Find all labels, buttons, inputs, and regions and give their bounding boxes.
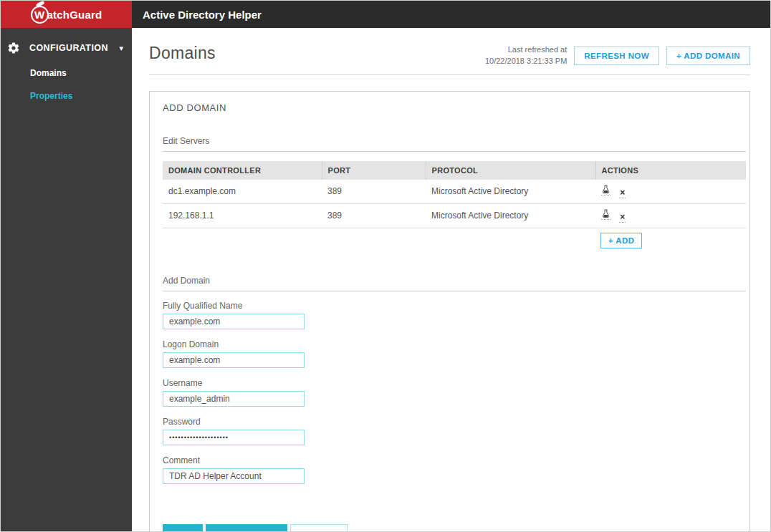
gear-icon [7, 42, 20, 54]
add-domain-button[interactable]: + ADD DOMAIN [666, 47, 750, 65]
add-domain-card: ADD DOMAIN Edit Servers DOMAIN CONTROLLE… [149, 91, 750, 531]
save-button[interactable]: SAVE [163, 524, 203, 531]
column-header-domain-controller: DOMAIN CONTROLLER [163, 161, 322, 180]
delete-server-button[interactable]: × [619, 188, 626, 198]
cell-protocol: Microsoft Active Directory [426, 180, 595, 204]
close-icon: × [620, 212, 625, 222]
username-field[interactable] [163, 391, 305, 407]
title-divider [149, 74, 750, 75]
password-field[interactable] [163, 430, 305, 445]
logo-w: W [34, 9, 44, 21]
top-bar: W atchGuard Active Directory Helper [1, 1, 770, 28]
app-title: Active Directory Helper [132, 1, 262, 28]
last-refreshed-value: 10/22/2018 3:21:33 PM [485, 56, 567, 67]
username-label: Username [163, 378, 746, 388]
close-icon: × [620, 188, 625, 198]
comment-label: Comment [163, 455, 746, 465]
table-row: 192.168.1.1 389 Microsoft Active Directo… [163, 203, 746, 228]
edit-servers-section-label: Edit Servers [163, 136, 746, 152]
brand-logo-block: W atchGuard [1, 1, 132, 28]
last-refreshed-text: Last refreshed at 10/22/2018 3:21:33 PM [485, 44, 567, 67]
table-row: dc1.example.com 389 Microsoft Active Dir… [163, 180, 746, 204]
delete-server-button[interactable]: × [619, 213, 626, 223]
cell-actions: × [595, 180, 746, 204]
cell-domain-controller: 192.168.1.1 [163, 203, 322, 228]
sidebar-item-domains[interactable]: Domains [1, 62, 132, 84]
column-header-port: PORT [322, 161, 426, 180]
sidebar-section-configuration[interactable]: CONFIGURATION ▾ [1, 34, 132, 62]
sidebar-section-label: CONFIGURATION [29, 43, 119, 53]
cell-protocol: Microsoft Active Directory [426, 203, 595, 228]
password-label: Password [163, 417, 746, 427]
page-title: Domains [149, 44, 216, 63]
sidebar: CONFIGURATION ▾ Domains Properties [1, 28, 132, 531]
logo-comet-icon [35, 0, 44, 6]
add-server-button[interactable]: + ADD [600, 233, 642, 248]
logo-text: atchGuard [47, 9, 102, 21]
last-refreshed-label: Last refreshed at [485, 44, 567, 56]
table-header-row: DOMAIN CONTROLLER PORT PROTOCOL ACTIONS [163, 161, 746, 180]
cancel-button[interactable]: CANCEL [290, 524, 348, 531]
test-connection-button[interactable] [601, 185, 610, 195]
logon-domain-label: Logon Domain [163, 339, 746, 349]
card-title: ADD DOMAIN [163, 102, 746, 113]
refresh-now-button[interactable]: REFRESH NOW [574, 47, 659, 65]
comment-field[interactable] [163, 468, 305, 484]
watchguard-logo: W atchGuard [31, 6, 102, 24]
fully-qualified-name-field[interactable] [163, 314, 305, 329]
fully-qualified-name-label: Fully Qualified Name [163, 301, 746, 311]
cell-actions: × [595, 203, 746, 228]
sidebar-item-properties[interactable]: Properties [1, 84, 132, 107]
cell-domain-controller: dc1.example.com [163, 180, 322, 204]
servers-table: DOMAIN CONTROLLER PORT PROTOCOL ACTIONS … [163, 161, 746, 228]
flask-icon [602, 185, 610, 194]
column-header-protocol: PROTOCOL [426, 161, 595, 180]
flask-icon [602, 209, 610, 218]
chevron-down-icon: ▾ [119, 44, 125, 52]
save-and-close-button[interactable]: SAVE & CLOSE [206, 524, 287, 531]
cell-port: 389 [322, 180, 426, 204]
cell-port: 389 [322, 203, 426, 228]
app-window: W atchGuard Active Directory Helper CONF… [0, 0, 771, 532]
test-connection-button[interactable] [601, 209, 610, 220]
column-header-actions: ACTIONS [595, 161, 746, 180]
add-domain-section-label: Add Domain [163, 276, 746, 291]
logon-domain-field[interactable] [163, 352, 305, 368]
logo-w-circle: W [31, 6, 49, 24]
main-content: Domains Last refreshed at 10/22/2018 3:2… [132, 28, 770, 531]
